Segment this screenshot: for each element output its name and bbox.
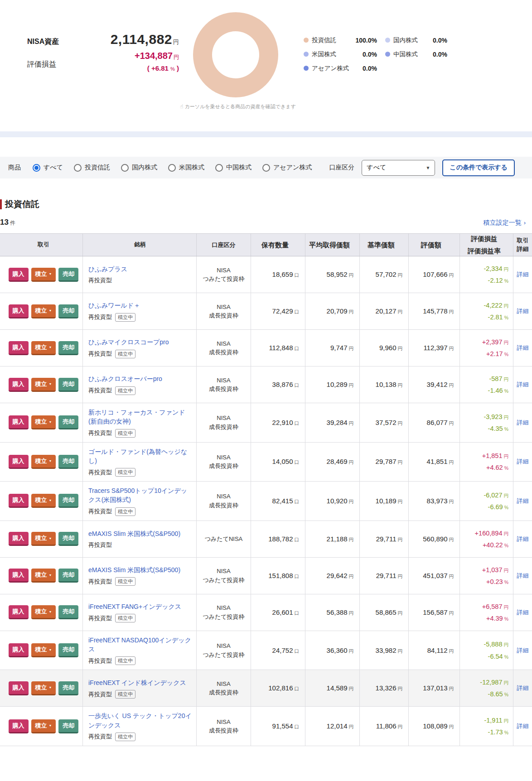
value-cell: 112,397円 [409, 330, 460, 366]
unit-suffix: % [504, 543, 508, 548]
product-radio[interactable]: アセアン株式 [262, 164, 312, 172]
fund-name-link[interactable]: iFreeNEXT NASDAQ100インデックス [88, 636, 192, 654]
fund-name-link[interactable]: eMAXIS Slim 米国株式(S&P500) [88, 529, 192, 538]
table-row: 購入積立▼売却iFreeNEXT NASDAQ100インデックス再投資型積立中N… [0, 631, 532, 670]
buy-button[interactable]: 購入 [9, 415, 29, 429]
tsumitate-button[interactable]: 積立▼ [31, 569, 56, 583]
unit-suffix: % [504, 315, 508, 320]
avg-price-cell: 58,952円 [305, 256, 360, 293]
buy-button[interactable]: 購入 [9, 494, 29, 508]
sell-button[interactable]: 売却 [58, 605, 78, 619]
product-radio[interactable]: すべて [33, 164, 63, 172]
sell-button[interactable]: 売却 [58, 378, 78, 392]
pl-label: 評価損益 [27, 60, 56, 69]
fund-name-link[interactable]: ひふみクロスオーバーpro [88, 374, 192, 383]
units-cell: 188,782口 [251, 521, 305, 557]
tsumitate-button[interactable]: 積立▼ [31, 605, 56, 619]
tsumitate-button[interactable]: 積立▼ [31, 341, 56, 355]
donut-chart[interactable] [193, 12, 278, 97]
detail-link[interactable]: 詳細 [517, 572, 529, 580]
buy-button[interactable]: 購入 [9, 378, 29, 392]
buy-button[interactable]: 購入 [9, 455, 29, 469]
sell-button[interactable]: 売却 [58, 415, 78, 429]
buy-button[interactable]: 購入 [9, 268, 29, 282]
tsumitate-button[interactable]: 積立▼ [31, 719, 56, 733]
tsumitate-button[interactable]: 積立▼ [31, 681, 56, 695]
buy-button[interactable]: 購入 [9, 719, 29, 733]
tsumitate-button[interactable]: 積立▼ [31, 455, 56, 469]
fund-name-link[interactable]: ひふみプラス [88, 265, 192, 274]
account-type-dropdown[interactable]: すべて ▼ [362, 160, 435, 176]
fund-name-link[interactable]: iFreeNEXT インド株インデックス [88, 678, 192, 687]
buy-button[interactable]: 購入 [9, 341, 29, 355]
detail-link[interactable]: 詳細 [517, 381, 529, 389]
buy-button[interactable]: 購入 [9, 643, 29, 657]
avg-price-cell: 20,709円 [305, 293, 360, 329]
sell-button[interactable]: 売却 [58, 455, 78, 469]
pl-value: +134,887円 [82, 51, 179, 61]
buy-button[interactable]: 購入 [9, 304, 29, 318]
detail-link[interactable]: 詳細 [517, 608, 529, 617]
detail-link[interactable]: 詳細 [517, 684, 529, 692]
fund-name-link[interactable]: ゴールド・ファンド(為替ヘッジなし) [88, 447, 192, 466]
unit-suffix: 口 [295, 648, 300, 654]
detail-link[interactable]: 詳細 [517, 497, 529, 505]
fund-type-line: 再投資型 [88, 276, 192, 284]
fund-name-link[interactable]: Tracers S&P500トップ10インデックス(米国株式) [88, 486, 192, 505]
tsumitate-button[interactable]: 積立▼ [31, 643, 56, 657]
sell-button[interactable]: 売却 [58, 532, 78, 546]
sell-button[interactable]: 売却 [58, 268, 78, 282]
tsumitate-button[interactable]: 積立▼ [31, 304, 56, 318]
apply-filter-button[interactable]: この条件で表示する [442, 159, 515, 176]
fund-name-link[interactable]: 一歩先いく US テック・トップ20インデックス [88, 711, 192, 730]
fund-name-link[interactable]: ひふみワールド＋ [88, 301, 192, 310]
fund-name-link[interactable]: ひふみマイクロスコープpro [88, 337, 192, 347]
tsumitate-label: 積立 [35, 684, 47, 692]
detail-link[interactable]: 詳細 [517, 270, 529, 279]
caret-down-icon: ▼ [49, 648, 52, 651]
fund-name-link[interactable]: 新ホリコ・フォーカス・ファンド(新自由の女神) [88, 408, 192, 426]
donut-legend: 投資信託100.0%国内株式0.0%米国株式0.0%中国株式0.0%アセアン株式… [304, 35, 455, 73]
buy-button[interactable]: 購入 [9, 605, 29, 619]
legend-dot-icon [304, 66, 309, 71]
fund-name-link[interactable]: iFreeNEXT FANG+インデックス [88, 602, 192, 611]
sell-button[interactable]: 売却 [58, 494, 78, 508]
tsumitate-button[interactable]: 積立▼ [31, 494, 56, 508]
product-radio[interactable]: 中国株式 [215, 164, 251, 172]
sell-button[interactable]: 売却 [58, 643, 78, 657]
sell-button[interactable]: 売却 [58, 719, 78, 733]
tsumitate-label: 積立 [35, 534, 47, 542]
detail-link[interactable]: 詳細 [517, 535, 529, 543]
sell-button[interactable]: 売却 [58, 341, 78, 355]
detail-link[interactable]: 詳細 [517, 419, 529, 427]
buy-button[interactable]: 購入 [9, 681, 29, 695]
radio-label: アセアン株式 [273, 164, 312, 172]
unit-suffix: 口 [295, 610, 300, 616]
detail-link[interactable]: 詳細 [517, 646, 529, 655]
product-radio[interactable]: 国内株式 [121, 164, 157, 172]
legend-label: 中国株式 [393, 50, 418, 58]
fund-name-link[interactable]: eMAXIS Slim 米国株式(S&P500) [88, 565, 192, 574]
tsumitate-label: 積立 [35, 307, 47, 315]
buy-button[interactable]: 購入 [9, 569, 29, 583]
buy-button[interactable]: 購入 [9, 532, 29, 546]
sell-button[interactable]: 売却 [58, 304, 78, 318]
tsumitate-button[interactable]: 積立▼ [31, 268, 56, 282]
nav-cell: 29,711円 [360, 521, 409, 557]
avg-price-cell: 10,920円 [305, 482, 360, 521]
unit-suffix: % [504, 579, 508, 585]
detail-cell: 詳細 [513, 670, 532, 706]
sell-button[interactable]: 売却 [58, 569, 78, 583]
number-value: 10,289 [327, 381, 348, 388]
sell-button[interactable]: 売却 [58, 681, 78, 695]
tsumitate-button[interactable]: 積立▼ [31, 378, 56, 392]
tsumitate-settings-link[interactable]: 積立設定一覧› [484, 219, 526, 227]
tsumitate-button[interactable]: 積立▼ [31, 532, 56, 546]
product-radio[interactable]: 米国株式 [168, 164, 204, 172]
detail-link[interactable]: 詳細 [517, 344, 529, 352]
detail-link[interactable]: 詳細 [517, 458, 529, 466]
product-radio[interactable]: 投資信託 [74, 164, 110, 172]
detail-link[interactable]: 詳細 [517, 722, 529, 730]
tsumitate-button[interactable]: 積立▼ [31, 415, 56, 429]
detail-link[interactable]: 詳細 [517, 307, 529, 315]
